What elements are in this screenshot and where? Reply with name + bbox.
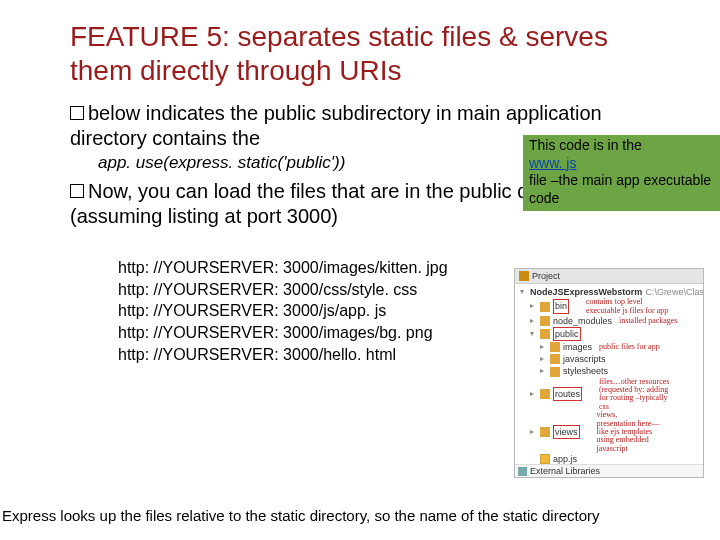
tree-label: views (553, 425, 580, 439)
chevron-right-icon: ▸ (540, 342, 547, 353)
project-tree-panel: Project ▾ NodeJSExpressWebstorm C:\Grewe… (514, 268, 704, 478)
bullet-box-icon (70, 106, 84, 120)
library-icon (518, 467, 527, 476)
footer-text: Express looks up the files relative to t… (0, 507, 720, 524)
tree-footer-label: External Libraries (530, 466, 600, 476)
tree-item-bin[interactable]: ▸ bin contains top levelexecutable js fi… (518, 298, 703, 315)
tree-label: images (563, 341, 592, 353)
tree-annotation: views, presentation here— like ejs templ… (597, 411, 660, 453)
folder-icon (540, 316, 550, 326)
tree-annotation: public files for app (599, 342, 660, 353)
tree-item-views[interactable]: ▸ views views, presentation here— like e… (518, 411, 703, 453)
tree-body: ▾ NodeJSExpressWebstorm C:\Grewe\Classes… (515, 284, 703, 478)
chevron-right-icon: ▸ (540, 354, 547, 365)
para1-text: below indicates the public subdirectory … (70, 102, 602, 149)
tree-item-node-modules[interactable]: ▸ node_modules installed packages (518, 315, 703, 327)
callout-line-3: file –the main app executable code (529, 172, 720, 207)
bullet-box-icon (70, 184, 84, 198)
folder-icon (540, 427, 550, 437)
tree-annotation: contains top levelexecutable js files fo… (586, 298, 668, 315)
tree-item-routes[interactable]: ▸ routes files…other resources (requeste… (518, 378, 703, 412)
folder-icon (540, 329, 550, 339)
tree-label: javascripts (563, 353, 606, 365)
chevron-right-icon: ▸ (530, 316, 537, 327)
chevron-right-icon: ▸ (530, 301, 537, 312)
callout-note: This code is in the www. js file –the ma… (523, 135, 720, 211)
project-icon (519, 271, 529, 281)
tree-root-path: C:\Grewe\Classes (645, 286, 704, 298)
tree-label: routes (553, 387, 582, 401)
tree-label: node_modules (553, 315, 612, 327)
tree-header-label: Project (532, 271, 560, 281)
tree-footer: External Libraries (515, 464, 703, 477)
tree-annotation: files…other resources (requested by: add… (599, 378, 669, 412)
folder-icon (540, 389, 550, 399)
folder-icon (550, 342, 560, 352)
para2-text: Now, you can load the files that are in … (70, 180, 599, 227)
chevron-down-icon: ▾ (520, 287, 524, 298)
folder-icon (550, 367, 560, 377)
tree-annotation: installed packages (619, 316, 677, 327)
slide-title: FEATURE 5: separates static files & serv… (70, 20, 650, 87)
tree-item-public[interactable]: ▾ public (518, 327, 703, 341)
chevron-down-icon: ▾ (530, 329, 537, 340)
folder-icon (550, 354, 560, 364)
tree-item-javascripts[interactable]: ▸ javascripts (518, 353, 703, 365)
chevron-right-icon: ▸ (530, 427, 537, 438)
tree-label: bin (553, 299, 569, 313)
folder-icon (540, 302, 550, 312)
chevron-right-icon: ▸ (540, 366, 547, 377)
callout-line-1: This code is in the (529, 137, 720, 155)
js-file-icon (540, 454, 550, 464)
callout-link[interactable]: www. js (529, 155, 576, 171)
tree-item-images[interactable]: ▸ images public files for app (518, 341, 703, 353)
tree-header: Project (515, 269, 703, 284)
tree-label: public (553, 327, 581, 341)
chevron-right-icon: ▸ (530, 389, 537, 400)
